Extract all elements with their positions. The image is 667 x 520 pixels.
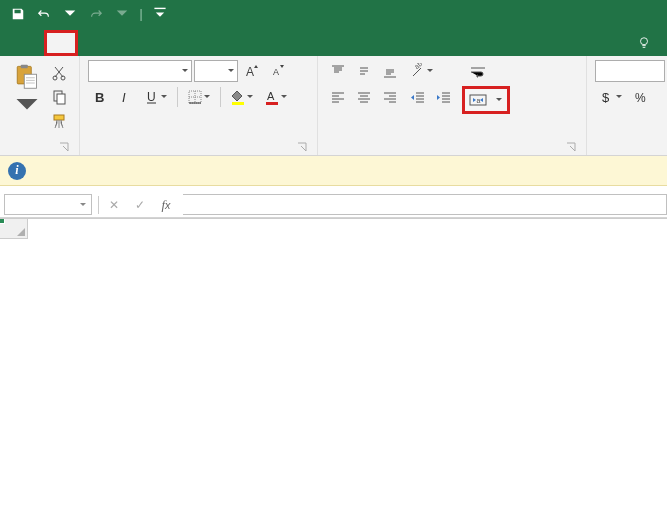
percent-format-button[interactable]: %: [629, 86, 653, 108]
orientation-button[interactable]: ab: [406, 60, 438, 82]
enter-formula-button[interactable]: ✓: [129, 194, 151, 216]
save-icon[interactable]: [6, 3, 30, 25]
insert-function-button[interactable]: fx: [155, 194, 177, 216]
svg-text:B: B: [95, 90, 104, 105]
svg-text:I: I: [122, 90, 126, 105]
spreadsheet-grid[interactable]: [0, 218, 667, 520]
paste-button[interactable]: [8, 60, 43, 122]
svg-rect-18: [266, 102, 278, 105]
svg-rect-4: [24, 74, 36, 88]
italic-button[interactable]: I: [114, 86, 138, 108]
svg-text:ab: ab: [412, 63, 423, 70]
tab-formulas[interactable]: [152, 30, 186, 56]
name-box[interactable]: [4, 194, 92, 215]
number-format-selector[interactable]: [595, 60, 665, 82]
tab-view[interactable]: [260, 30, 294, 56]
tab-help[interactable]: [296, 30, 330, 56]
align-right-button[interactable]: [378, 86, 402, 108]
ribbon-tabs: [0, 28, 667, 56]
svg-text:$: $: [602, 90, 610, 105]
info-icon: i: [8, 162, 26, 180]
svg-text:a: a: [476, 97, 480, 104]
merge-center-button[interactable]: a: [464, 88, 508, 112]
top-align-button[interactable]: [326, 60, 350, 82]
svg-rect-9: [54, 115, 64, 120]
tab-file[interactable]: [8, 30, 42, 56]
borders-button[interactable]: [183, 86, 215, 108]
align-left-button[interactable]: [326, 86, 350, 108]
group-font: A A B I U A: [80, 56, 318, 155]
tab-home[interactable]: [44, 30, 78, 56]
decrease-indent-button[interactable]: [406, 86, 430, 108]
fill-color-button[interactable]: [226, 86, 258, 108]
svg-text:A: A: [267, 90, 275, 102]
bottom-align-button[interactable]: [378, 60, 402, 82]
svg-rect-16: [232, 102, 244, 105]
group-alignment: ab a: [318, 56, 587, 155]
quick-access-toolbar: |: [0, 0, 667, 28]
tell-me-search[interactable]: [627, 30, 667, 56]
underline-button[interactable]: U: [140, 86, 172, 108]
group-number: $ %: [587, 56, 667, 155]
font-size-selector[interactable]: [194, 60, 238, 82]
svg-text:A: A: [273, 67, 279, 77]
select-all-corner[interactable]: [0, 219, 28, 239]
license-warning-bar: i: [0, 156, 667, 186]
font-color-button[interactable]: A: [260, 86, 292, 108]
align-center-button[interactable]: [352, 86, 376, 108]
svg-point-1: [641, 38, 648, 45]
clipboard-dialog-launcher[interactable]: [57, 139, 71, 153]
group-clipboard: [0, 56, 80, 155]
formula-bar: ✕ ✓ fx: [0, 192, 667, 218]
svg-text:U: U: [147, 90, 156, 104]
accounting-format-button[interactable]: $: [595, 86, 627, 108]
undo-menu[interactable]: [58, 3, 82, 25]
tab-page-layout[interactable]: [116, 30, 150, 56]
svg-text:%: %: [635, 91, 646, 105]
font-name-selector[interactable]: [88, 60, 192, 82]
format-painter-button[interactable]: [47, 110, 71, 132]
undo-button[interactable]: [32, 3, 56, 25]
copy-button[interactable]: [47, 86, 71, 108]
svg-rect-8: [57, 94, 65, 104]
svg-rect-0: [19, 10, 20, 13]
tab-data[interactable]: [188, 30, 222, 56]
shrink-font-button[interactable]: A: [266, 60, 290, 82]
tab-insert[interactable]: [80, 30, 114, 56]
cancel-formula-button[interactable]: ✕: [103, 194, 125, 216]
font-dialog-launcher[interactable]: [295, 139, 309, 153]
formula-input[interactable]: [183, 194, 667, 215]
svg-text:A: A: [246, 65, 254, 79]
middle-align-button[interactable]: [352, 60, 376, 82]
svg-rect-3: [20, 65, 27, 69]
redo-button[interactable]: [84, 3, 108, 25]
increase-indent-button[interactable]: [432, 86, 456, 108]
bold-button[interactable]: B: [88, 86, 112, 108]
wrap-text-button[interactable]: [464, 60, 508, 84]
tab-review[interactable]: [224, 30, 258, 56]
grow-font-button[interactable]: A: [240, 60, 264, 82]
redo-menu[interactable]: [110, 3, 134, 25]
qat-separator: |: [136, 3, 146, 25]
ribbon: A A B I U A: [0, 56, 667, 156]
qat-customize[interactable]: [148, 3, 172, 25]
cut-button[interactable]: [47, 62, 71, 84]
alignment-dialog-launcher[interactable]: [564, 139, 578, 153]
